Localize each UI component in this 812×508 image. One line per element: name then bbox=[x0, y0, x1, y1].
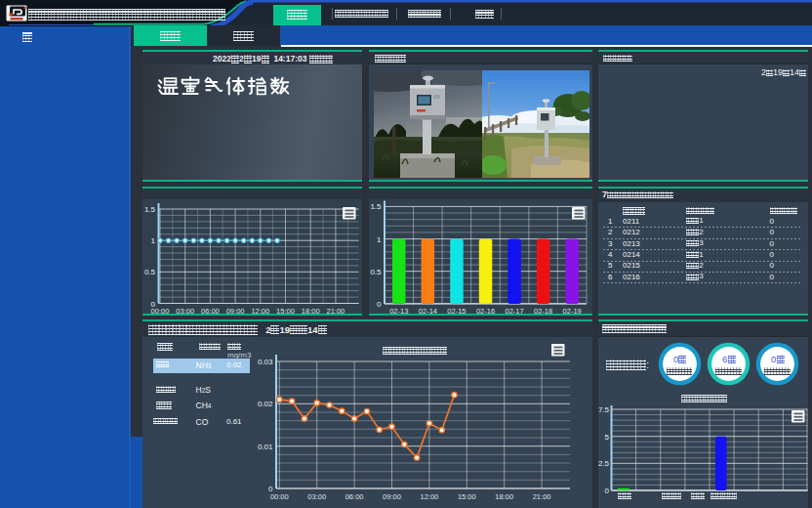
svg-text:06:00: 06:00 bbox=[345, 492, 364, 501]
svg-text:0: 0 bbox=[377, 300, 382, 309]
svg-text:21:00: 21:00 bbox=[533, 492, 551, 501]
svg-text:02-19: 02-19 bbox=[563, 307, 582, 316]
svg-text:21:00: 21:00 bbox=[327, 307, 345, 316]
svg-text:03:00: 03:00 bbox=[176, 307, 194, 316]
svg-text:0.01: 0.01 bbox=[258, 443, 273, 451]
svg-text:18:00: 18:00 bbox=[495, 492, 513, 501]
svg-text:0.5: 0.5 bbox=[370, 268, 382, 276]
svg-text:00:00: 00:00 bbox=[270, 492, 289, 501]
svg-text:02-15: 02-15 bbox=[447, 307, 466, 316]
svg-text:00:00: 00:00 bbox=[151, 307, 170, 316]
svg-text:18:00: 18:00 bbox=[302, 307, 320, 316]
svg-text:0: 0 bbox=[673, 354, 678, 364]
svg-text:12:00: 12:00 bbox=[251, 307, 269, 316]
svg-text:1: 1 bbox=[377, 235, 382, 244]
svg-text:15:00: 15:00 bbox=[276, 307, 295, 316]
svg-text:7.5: 7.5 bbox=[598, 405, 610, 414]
svg-text:06:00: 06:00 bbox=[201, 307, 220, 316]
svg-text:15:00: 15:00 bbox=[458, 492, 476, 501]
svg-text:1.5: 1.5 bbox=[144, 205, 156, 214]
svg-text:02-17: 02-17 bbox=[506, 307, 524, 316]
svg-text:09:00: 09:00 bbox=[226, 307, 245, 316]
svg-text:12:00: 12:00 bbox=[421, 492, 439, 501]
svg-text:0.03: 0.03 bbox=[258, 358, 273, 366]
svg-text:5: 5 bbox=[605, 433, 610, 442]
svg-text:02-18: 02-18 bbox=[534, 307, 552, 316]
svg-text:2.5: 2.5 bbox=[598, 459, 610, 468]
svg-text:02-13: 02-13 bbox=[389, 307, 408, 316]
svg-text:6: 6 bbox=[722, 354, 727, 364]
svg-text:0.5: 0.5 bbox=[144, 268, 156, 276]
svg-text:02-16: 02-16 bbox=[476, 307, 495, 316]
svg-text:0: 0 bbox=[605, 487, 610, 495]
svg-text:1.5: 1.5 bbox=[370, 202, 382, 211]
svg-text:03:00: 03:00 bbox=[307, 492, 326, 501]
svg-text:1: 1 bbox=[151, 236, 156, 245]
svg-text:0: 0 bbox=[771, 354, 776, 364]
svg-text:0.02: 0.02 bbox=[258, 400, 273, 408]
svg-text:02-14: 02-14 bbox=[419, 307, 437, 316]
svg-text:09:00: 09:00 bbox=[383, 492, 401, 501]
